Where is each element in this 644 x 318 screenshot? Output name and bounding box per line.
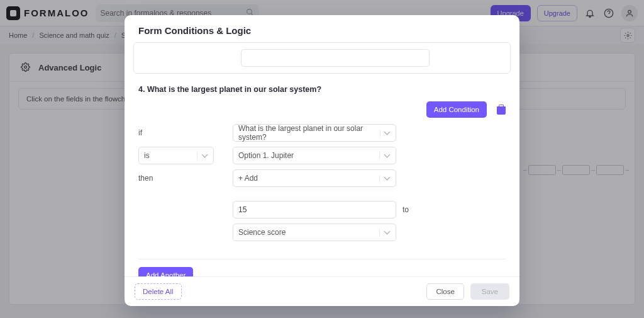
modal-content: 4. What is the largest planet in our sol… — [125, 42, 519, 276]
question-heading: 4. What is the largest planet in our sol… — [138, 85, 506, 94]
label-to: to — [402, 205, 423, 214]
option-value: Option 1. Jupiter — [238, 151, 294, 160]
condition-block: Add Condition if What is the largest pla… — [133, 101, 511, 253]
trash-icon[interactable] — [497, 105, 506, 115]
modal-title: Form Conditions & Logic — [125, 15, 519, 42]
label-then: then — [138, 174, 226, 183]
chevron-down-icon — [197, 152, 208, 159]
target-value: Science score — [238, 228, 286, 237]
logic-modal: Form Conditions & Logic 4. What is the l… — [125, 15, 519, 306]
modal-footer: Delete All Close Save — [125, 276, 519, 306]
chevron-down-icon — [380, 130, 391, 137]
modal-overlay: Form Conditions & Logic 4. What is the l… — [0, 0, 644, 318]
action-value: + Add — [238, 174, 258, 183]
add-another-button[interactable]: Add Another — [138, 267, 193, 276]
target-select[interactable]: Science score — [233, 224, 396, 241]
label-if: if — [138, 128, 226, 137]
value-input-wrap[interactable] — [233, 201, 396, 219]
chevron-down-icon — [379, 152, 391, 159]
operator-value: is — [144, 151, 150, 160]
operator-select[interactable]: is — [138, 147, 214, 164]
field-select-value: What is the largest planet in our solar … — [238, 124, 376, 142]
close-button[interactable]: Close — [426, 283, 464, 300]
divider — [138, 259, 506, 259]
value-input[interactable] — [238, 205, 391, 214]
action-select[interactable]: + Add — [233, 169, 396, 187]
add-condition-button[interactable]: Add Condition — [426, 101, 487, 118]
previous-select[interactable] — [241, 49, 430, 67]
option-select[interactable]: Option 1. Jupiter — [233, 147, 396, 164]
delete-all-button[interactable]: Delete All — [135, 283, 182, 300]
previous-condition-block — [133, 42, 511, 74]
field-select[interactable]: What is the largest planet in our solar … — [233, 124, 396, 142]
chevron-down-icon — [379, 175, 391, 182]
chevron-down-icon — [379, 229, 391, 236]
save-button[interactable]: Save — [470, 283, 509, 300]
